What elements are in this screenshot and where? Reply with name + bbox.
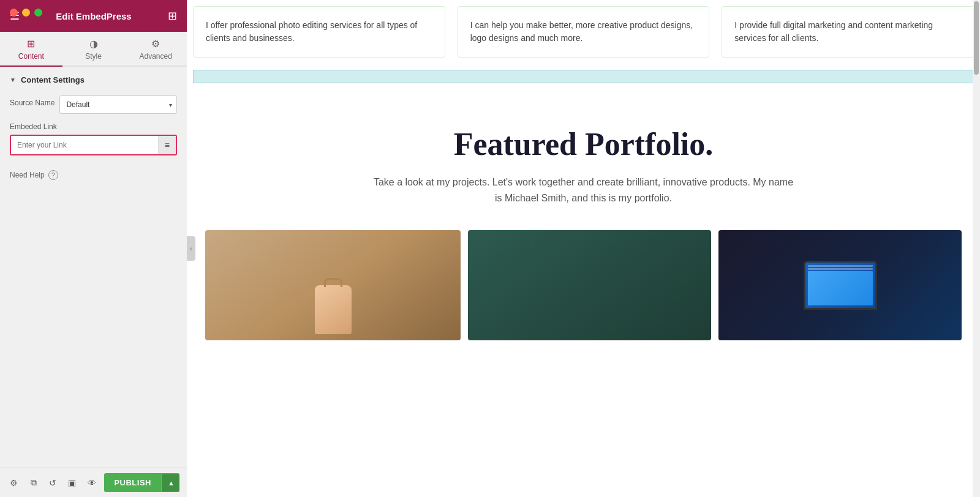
source-name-select[interactable]: Default (59, 95, 177, 114)
service-card-1-text: I offer professional photo editing servi… (206, 19, 432, 45)
bag-illustration (315, 285, 352, 334)
service-card-3: I provide full digital marketing and con… (722, 6, 974, 58)
source-name-label: Source Name (10, 99, 55, 107)
laptop-screen (805, 263, 875, 308)
sidebar-collapse-handle[interactable]: ‹ (187, 236, 195, 261)
sidebar: ☰ Edit EmbedPress ⊞ ⊞ Content ◑ Style ⚙ … (0, 0, 187, 497)
screen-image (808, 271, 873, 305)
app-title: Edit EmbedPress (56, 11, 131, 21)
responsive-icon[interactable]: ▣ (66, 476, 79, 490)
screen-bar-2 (808, 268, 873, 270)
minimize-button[interactable] (22, 9, 30, 17)
sidebar-tabs: ⊞ Content ◑ Style ⚙ Advanced (0, 32, 187, 67)
history-icon[interactable]: ↺ (46, 476, 59, 490)
main-preview-area: I offer professional photo editing servi… (187, 0, 980, 497)
portfolio-description: Take a look at my projects. Let's work t… (369, 174, 798, 206)
close-button[interactable] (10, 9, 18, 17)
laptop-mockup (804, 261, 877, 310)
service-card-2: I can help you make better, more creativ… (458, 6, 710, 58)
embed-link-action-button[interactable]: ≡ (158, 136, 176, 154)
layers-icon[interactable]: ⧉ (27, 476, 40, 490)
service-card-1: I offer professional photo editing servi… (193, 6, 445, 58)
publish-dropdown-arrow[interactable]: ▲ (161, 474, 179, 491)
macos-window-controls (10, 9, 42, 17)
portfolio-card-2 (468, 230, 711, 340)
embed-link-action-icon: ≡ (165, 140, 170, 150)
portfolio-card-1 (205, 230, 461, 340)
content-settings-section[interactable]: ▼ Content Settings (0, 67, 187, 93)
advanced-tab-icon: ⚙ (151, 38, 160, 50)
grid-icon[interactable]: ⊞ (168, 9, 177, 23)
maximize-button[interactable] (34, 9, 42, 17)
portfolio-card-3 (718, 230, 962, 340)
embed-link-input[interactable] (11, 136, 158, 154)
sidebar-content: ▼ Content Settings Source Name Default ▾… (0, 67, 187, 468)
portfolio-section: Featured Portfolio. Take a look at my pr… (187, 89, 980, 365)
source-name-row: Source Name Default ▾ (10, 95, 177, 114)
sidebar-toolbar: ⚙ ⧉ ↺ ▣ 👁 PUBLISH ▲ (0, 468, 187, 497)
need-help-link[interactable]: Need Help ? (0, 163, 187, 187)
embed-link-label: Embeded Link (10, 122, 177, 131)
content-settings-label: Content Settings (21, 75, 85, 84)
portfolio-title: Featured Portfolio. (199, 126, 968, 162)
help-icon: ? (48, 170, 58, 180)
content-tab-icon: ⊞ (27, 38, 35, 50)
section-collapse-icon: ▼ (10, 77, 16, 83)
embed-link-input-wrapper: ≡ (10, 135, 177, 155)
preview-icon[interactable]: 👁 (85, 476, 99, 490)
screen-bar-1 (808, 265, 873, 267)
portfolio-grid (199, 230, 968, 340)
source-name-field-group: Source Name Default ▾ Embeded Link ≡ (0, 93, 187, 163)
scrollbar[interactable] (973, 0, 980, 497)
publish-button-label: PUBLISH (104, 473, 161, 492)
bag-handle-illustration (324, 278, 342, 287)
tab-advanced[interactable]: ⚙ Advanced (124, 32, 187, 65)
style-tab-icon: ◑ (89, 38, 98, 50)
publish-button[interactable]: PUBLISH ▲ (104, 473, 179, 492)
page-preview: I offer professional photo editing servi… (187, 0, 980, 497)
service-card-2-text: I can help you make better, more creativ… (470, 19, 697, 45)
scrollbar-thumb[interactable] (974, 1, 979, 75)
need-help-label: Need Help (10, 171, 45, 179)
embed-placeholder-bar (193, 70, 974, 83)
tab-style[interactable]: ◑ Style (62, 32, 125, 65)
source-name-select-wrapper: Default ▾ (59, 95, 177, 114)
tab-advanced-label: Advanced (139, 52, 172, 61)
settings-icon[interactable]: ⚙ (7, 476, 21, 490)
tab-content[interactable]: ⊞ Content (0, 32, 62, 65)
tab-content-label: Content (18, 52, 44, 61)
tab-style-label: Style (85, 52, 102, 61)
service-cards-section: I offer professional photo editing servi… (187, 0, 980, 64)
service-card-3-text: I provide full digital marketing and con… (734, 19, 961, 45)
